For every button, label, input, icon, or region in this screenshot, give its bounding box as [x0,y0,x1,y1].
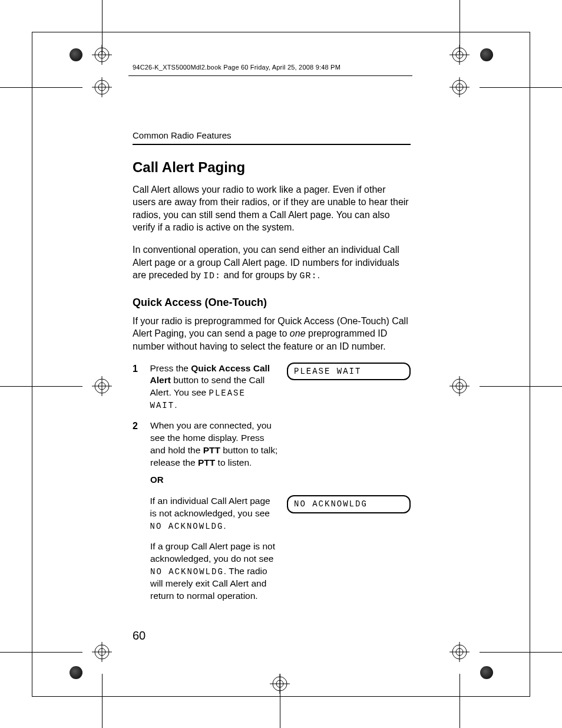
crop-mark [0,87,82,88]
lcd-display: NO ACKNOWLDG [287,495,411,513]
step-display-col: PLEASE WAIT [277,363,411,381]
text: . [318,270,320,280]
text: Press the [150,363,191,373]
section-label: Common Radio Features [133,130,411,141]
steps-list: 1 Press the Quick Access Call Alert butt… [133,363,411,602]
running-header: 94C26-K_XTS5000Mdl2.book Page 60 Friday,… [133,64,340,71]
lcd-text: NO ACKNOWLDG [150,522,224,531]
text: If an individual Call Alert page is not … [150,496,270,518]
step-text: If an individual Call Alert page is not … [150,495,277,532]
header-rule [128,75,412,76]
step-text: Press the Quick Access Call Alert button… [150,363,277,412]
page-number: 60 [133,629,146,643]
text: If a group Call Alert page is not acknow… [150,541,275,564]
paragraph: If your radio is preprogrammed for Quick… [133,315,411,353]
section-rule [133,144,411,145]
crop-mark [0,386,82,387]
text: to listen. [215,457,252,467]
registration-mark-icon [92,642,112,662]
corner-dot-icon [480,48,493,61]
registration-mark-icon [449,77,470,97]
crop-mark [480,87,562,88]
crop-mark [480,652,562,653]
registration-mark-icon [92,376,112,396]
registration-mark-icon [449,45,470,65]
lcd-text: NO ACKNOWLDG [150,567,224,577]
emphasis-text: one [290,328,306,338]
crop-mark [459,674,460,728]
crop-mark [0,652,82,653]
step-subrow: If a group Call Alert page is not acknow… [133,541,411,602]
paragraph: Call Alert allows your radio to work lik… [133,183,411,234]
step-display-col: NO ACKNOWLDG [277,495,411,513]
bold-text: PTT [203,445,220,455]
or-label: OR [150,474,280,486]
registration-mark-icon [270,674,290,694]
heading-2: Quick Access (One-Touch) [133,295,411,309]
registration-mark-icon [92,45,112,65]
heading-1: Call Alert Paging [133,158,411,177]
code-text: GR: [300,271,318,281]
code-text: ID: [203,271,221,281]
paragraph: In conventional operation, you can send … [133,243,411,282]
registration-mark-icon [449,376,470,396]
step-number: 2 [133,420,150,433]
lcd-display: PLEASE WAIT [287,363,411,381]
step-number: 1 [133,363,150,375]
corner-dot-icon [70,48,82,61]
registration-mark-icon [92,77,112,97]
text: and for groups by [221,270,299,280]
text: . [223,521,226,531]
registration-mark-icon [449,642,470,662]
bold-text: PTT [198,457,215,467]
corner-dot-icon [70,666,82,679]
crop-mark [480,386,562,387]
step-subrow: If an individual Call Alert page is not … [133,495,411,532]
step-text: If a group Call Alert page is not acknow… [150,541,280,602]
step-row: 2 When you are connected, you see the ho… [133,420,411,492]
crop-mark [102,674,103,728]
corner-dot-icon [480,666,493,679]
text: . [174,400,177,410]
page-content: Common Radio Features Call Alert Paging … [133,130,411,611]
step-row: 1 Press the Quick Access Call Alert butt… [133,363,411,412]
step-text: When you are connected, you see the home… [150,420,280,492]
